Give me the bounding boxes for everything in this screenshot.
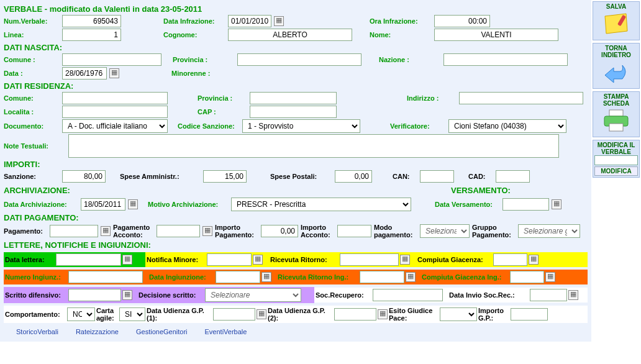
nascita-data-input[interactable] <box>62 67 107 80</box>
nascita-naz-label: Nazione : <box>379 56 441 63</box>
svg-rect-2 <box>609 110 623 116</box>
data-infrazione-label: Data Infrazione: <box>163 17 225 25</box>
data-ingiunz-input[interactable] <box>216 271 260 283</box>
comportamento-select[interactable]: NO <box>67 307 95 321</box>
salva-button[interactable]: SALVA <box>593 1 640 40</box>
nascita-prov-label: Provincia : <box>173 56 235 63</box>
decisione-scritto-label: Decisione scritto: <box>139 291 204 299</box>
calendar-icon[interactable] <box>406 272 416 282</box>
nascita-prov-input[interactable] <box>237 53 361 66</box>
compiuta-giacenza-input[interactable] <box>493 253 527 266</box>
res-loc-input[interactable] <box>62 106 168 118</box>
ric-ritorno-ing-input[interactable] <box>360 271 404 283</box>
stampa-button[interactable]: STAMPA SCHEDA <box>593 91 640 137</box>
pag-grp-select[interactable]: Selezionare gru <box>518 224 580 238</box>
footer-storico[interactable]: StoricoVerbali <box>16 328 58 335</box>
calendar-icon[interactable] <box>253 255 263 265</box>
pag-input[interactable] <box>50 225 98 237</box>
can-input[interactable] <box>420 170 454 183</box>
calendar-icon[interactable] <box>202 226 212 236</box>
data-invio-soc-input[interactable] <box>530 289 567 301</box>
cad-input[interactable] <box>496 170 530 183</box>
carta-agile-label: Carta agile: <box>96 307 118 322</box>
spese-post-input[interactable] <box>335 170 372 183</box>
nascita-naz-input[interactable] <box>443 53 568 66</box>
res-note-input[interactable] <box>68 134 559 158</box>
res-prov-input[interactable] <box>250 92 337 104</box>
ricevuta-ritorno-input[interactable] <box>340 253 399 266</box>
nascita-comune-input[interactable] <box>62 53 161 66</box>
data-udienza1-input[interactable] <box>213 308 255 321</box>
num-verbale-input[interactable] <box>62 15 121 27</box>
comp-giacenza-ing-input[interactable] <box>510 271 544 283</box>
arch-mot-select[interactable]: PRESCR - Prescritta <box>231 198 411 211</box>
data-udienza2-input[interactable] <box>334 308 376 321</box>
vers-data-input[interactable] <box>502 198 549 211</box>
calendar-icon[interactable] <box>261 272 271 282</box>
pag-imp-input[interactable] <box>261 225 298 237</box>
pag-iacc-input[interactable] <box>337 225 371 237</box>
calendar-icon[interactable] <box>101 226 111 236</box>
res-ind-input[interactable] <box>459 92 583 104</box>
calendar-icon[interactable] <box>568 290 578 300</box>
res-cs-select[interactable]: 1 - Sprovvisto <box>242 119 360 133</box>
modifica-verbale-input[interactable] <box>594 155 638 165</box>
nascita-comune-label: Comune : <box>4 56 60 63</box>
nascita-title: DATI NASCITA: <box>4 43 588 52</box>
nascita-min-label: Minorenne : <box>171 70 234 77</box>
sanzione-input[interactable] <box>62 170 106 183</box>
spese-amm-input[interactable] <box>203 170 247 183</box>
cognome-input[interactable] <box>228 29 352 41</box>
footer-eventi[interactable]: EventiVerbale <box>205 328 247 335</box>
calendar-icon[interactable] <box>109 68 119 78</box>
data-invio-soc-label: Data Invio Soc.Rec.: <box>449 291 529 299</box>
importo-gp-input[interactable] <box>511 308 548 321</box>
pag-acc-input[interactable] <box>157 225 200 237</box>
res-cs-label: Codice Sanzione: <box>178 122 240 130</box>
pag-iacc-label: Importo Acconto: <box>301 224 335 239</box>
data-infrazione-input[interactable] <box>228 15 271 27</box>
soc-recupero-input[interactable] <box>373 289 443 301</box>
res-ver-select[interactable]: Cioni Stefano (04038) <box>448 119 566 133</box>
arch-data-input[interactable] <box>81 198 125 211</box>
pag-modo-select[interactable]: Selezionare <box>420 224 470 238</box>
calendar-icon[interactable] <box>400 255 410 265</box>
num-ingiunz-input[interactable] <box>68 271 143 283</box>
calendar-icon[interactable] <box>552 199 561 209</box>
res-doc-select[interactable]: A - Doc. ufficiale italiano <box>62 119 168 133</box>
notifica-minore-label: Notifica Minore: <box>147 256 206 263</box>
modifica-button[interactable]: MODIFICA <box>594 166 638 176</box>
res-ind-label: Indirizzo : <box>407 94 457 102</box>
calendar-icon[interactable] <box>378 309 388 319</box>
decisione-scritto-select[interactable]: Selezionare <box>205 288 301 302</box>
res-cap-input[interactable] <box>250 106 337 118</box>
calendar-icon[interactable] <box>122 290 132 300</box>
esito-giudice-select[interactable] <box>440 307 477 321</box>
res-cap-label: CAP : <box>198 108 247 116</box>
calendar-icon[interactable] <box>128 199 138 209</box>
linea-input[interactable] <box>62 29 121 41</box>
scritto-dif-input[interactable] <box>68 289 121 301</box>
printer-icon <box>594 107 638 135</box>
ora-infrazione-input[interactable] <box>434 15 490 27</box>
spese-amm-label: Spese Amministr.: <box>120 173 201 180</box>
notifica-minore-input[interactable] <box>207 253 252 266</box>
nome-input[interactable] <box>434 29 558 41</box>
data-lettera-input[interactable] <box>56 253 121 266</box>
footer-rateizzazione[interactable]: Rateizzazione <box>76 328 119 335</box>
calendar-icon[interactable] <box>257 309 266 319</box>
res-doc-label: Documento: <box>4 122 60 130</box>
carta-agile-select[interactable]: SI <box>119 307 145 321</box>
comp-giacenza-ing-label: Compiuta Giacenza Ing.: <box>422 273 509 281</box>
calendar-icon[interactable] <box>274 16 284 26</box>
cad-label: CAD: <box>468 173 493 180</box>
footer-gestione-genitori[interactable]: GestioneGenitori <box>136 328 188 335</box>
torna-button[interactable]: TORNA INDIETRO <box>593 43 640 89</box>
nome-label: Nome: <box>370 31 432 39</box>
calendar-icon[interactable] <box>545 272 555 282</box>
calendar-icon[interactable] <box>122 255 132 265</box>
calendar-icon[interactable] <box>529 255 539 265</box>
num-ingiunz-label: Numero Ingiunz.: <box>5 273 67 281</box>
res-comune-input[interactable] <box>62 92 168 104</box>
save-note-icon <box>594 10 638 39</box>
